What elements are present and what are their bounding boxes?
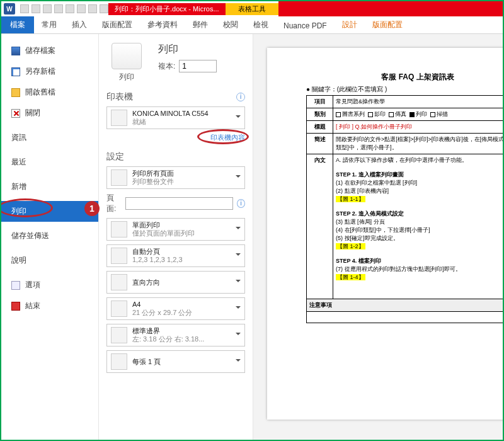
settings-section-header: 設定 [106,151,245,163]
nav-saveas[interactable]: 另存新檔 [1,61,98,82]
nav-options[interactable]: 選項 [1,275,98,295]
oneside-icon [111,221,127,238]
dd-sub: 21 公分 x 29.7 公分 [132,309,192,316]
qat-icon[interactable] [88,4,97,13]
tab-insert[interactable]: 插入 [64,16,94,33]
qat-icon[interactable] [66,4,74,13]
img-ref: 【圖 1-1】 [336,196,365,202]
opt: 列印 [416,111,427,117]
nav-save[interactable]: 儲存檔案 [1,40,98,61]
nav-label: 結束 [25,301,40,311]
pages-input[interactable] [125,197,233,210]
preview-page: 客服 FAQ 上架資訊表 ● 關鍵字：(此欄位不需填寫 ) 項目常見問題&操作教… [267,48,503,420]
contextual-tab-title: 表格工具 [226,3,278,15]
qat-redo-icon[interactable] [43,4,52,13]
print-button[interactable]: 列印 [106,43,147,83]
chevron-down-icon [236,227,241,232]
step-heading: STEP 2. 進入佈局模式設定 [336,210,404,217]
margins-dropdown[interactable]: 標準邊界左: 3.18 公分 右: 3.18... [106,324,245,346]
sheets-dropdown[interactable]: 每張 1 頁 [106,350,245,373]
tab-references[interactable]: 參考資料 [140,16,185,33]
orientation-dropdown[interactable]: 直向方向 [106,271,245,294]
cell: 內文 [307,154,333,299]
line: (4) 在[列印類型]中，下拉選擇[小冊子] [336,226,503,234]
nav-close[interactable]: 關閉 [1,103,98,123]
chevron-down-icon [236,333,241,338]
nav-recent[interactable]: 最近 [1,152,98,173]
annotation-ring-2 [197,129,249,144]
tab-file[interactable]: 檔案 [1,16,34,33]
papersize-dropdown[interactable]: A421 公分 x 29.7 公分 [106,297,245,320]
save-icon [11,47,20,55]
img-ref: 【圖 1-2】 [336,243,365,249]
nav-send[interactable]: 儲存並傳送 [1,226,98,246]
exit-icon [11,302,20,311]
dd-title: 直向方向 [132,278,160,286]
printer-section-label: 印表機 [106,91,133,103]
chevron-down-icon [236,280,241,285]
line: (2) 點選 [印表機內容] [336,187,503,195]
dd-title: 每張 1 頁 [132,358,161,365]
tab-layout[interactable]: 版面配置 [94,16,140,33]
print-range-dropdown[interactable]: 列印所有頁面列印整份文件 [106,166,245,189]
portrait-icon [111,274,127,290]
tab-contextual-layout[interactable]: 版面配置 [365,16,410,33]
nav-label: 儲存並傳送 [11,231,49,241]
collate-dropdown[interactable]: 自動分頁1,2,3 1,2,3 1,2,3 [106,244,245,267]
sides-dropdown[interactable]: 單面列印僅於頁面的單面列印 [106,218,245,241]
tab-mailings[interactable]: 郵件 [185,16,215,33]
dd-sub: 1,2,3 1,2,3 1,2,3 [132,256,183,263]
nav-info[interactable]: 資訊 [1,127,98,148]
cell: 圖書系列 影印 傳真 列印 掃描 [333,108,503,121]
doc-table: 項目常見問題&操作教學 類別 圖書系列 影印 傳真 列印 掃描 標題[ 列印 ]… [306,95,503,323]
nav-label: 資訊 [11,132,26,143]
qat-icon[interactable] [54,4,63,13]
dd-sub: 僅於頁面的單面列印 [132,229,195,237]
copies-input[interactable] [179,60,217,72]
line: (5) 按[確定]即完成設定。 [336,234,503,243]
doc-title: 客服 FAQ 上架資訊表 [306,72,503,83]
qat-icon[interactable] [77,4,86,13]
doc-keyword: ● 關鍵字：(此欄位不需填寫 ) [306,85,503,94]
nav-label: 關閉 [25,108,40,118]
chevron-down-icon [236,115,241,120]
backstage-nav: 儲存檔案 另存新檔 開啟舊檔 關閉 資訊 最近 新增 列印 1 儲存並傳送 說明… [1,34,99,440]
chevron-down-icon [236,175,241,180]
printer-icon [112,43,142,69]
app-icon: W [4,3,15,14]
sheet-icon [111,353,127,370]
window-title: 列印：列印小冊子.docx - Micros... [108,3,226,15]
info-icon[interactable]: i [236,93,245,101]
print-heading: 列印 [158,43,217,56]
chevron-down-icon [236,253,241,258]
nav-print[interactable]: 列印 1 [1,201,98,222]
saveas-icon [11,67,20,76]
info-icon[interactable]: i [237,199,245,208]
print-panel: 列印 列印 複本: 印表機 i KONICA MINOLTA C554就緒 印表… [99,34,253,440]
close-icon [11,109,20,118]
tab-nuance[interactable]: Nuance PDF [276,18,335,33]
cell: 類別 [307,108,333,121]
tab-home[interactable]: 常用 [34,16,64,33]
nav-exit[interactable]: 結束 [1,295,98,316]
qat-save-icon[interactable] [20,4,29,13]
chevron-down-icon [236,359,241,364]
printer-dropdown[interactable]: KONICA MINOLTA C554就緒 [106,106,245,129]
cell: 注意事項 [307,299,503,312]
nav-help[interactable]: 說明 [1,250,98,271]
tab-design[interactable]: 設計 [335,16,365,33]
printer-section-header: 印表機 i [106,91,245,103]
tab-view[interactable]: 檢視 [246,16,276,33]
qat-icon[interactable] [100,4,108,13]
annotation-badge-2: 2 [253,129,253,144]
nav-label: 新增 [11,181,26,192]
margins-icon [111,327,127,343]
nav-open[interactable]: 開啟舊檔 [1,82,98,103]
cell: 常見問題&操作教學 [333,96,503,108]
qat-undo-icon[interactable] [32,4,40,13]
pages-icon [111,169,127,186]
annotation-badge-1: 1 [84,201,100,216]
title-bar-filler [278,1,503,16]
tab-review[interactable]: 校閱 [215,16,246,33]
nav-new[interactable]: 新增 [1,176,98,197]
